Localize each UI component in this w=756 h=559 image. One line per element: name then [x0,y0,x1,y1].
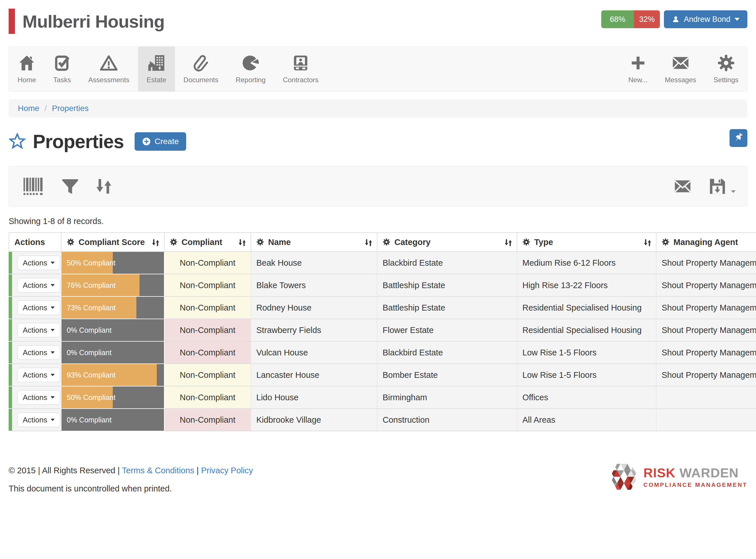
properties-table-wrap: Actions Compliant Score Compliant Name [8,232,756,431]
nav-label: New... [628,76,648,84]
caret-down-icon [51,351,55,354]
compliant-score-cell: 0% Compliant [62,409,165,431]
nav-label: Settings [713,76,738,84]
breadcrumb-properties-link[interactable]: Properties [52,104,89,113]
row-actions-button[interactable]: Actions [17,345,60,360]
filter-button[interactable] [61,176,80,196]
pushpin-icon [733,132,744,144]
column-header-type[interactable]: Type [517,232,656,252]
column-label: Type [534,238,553,247]
sort-arrows-icon [238,238,246,247]
toolbar-right-group [672,177,736,196]
app-header: Mulberri Housing 68% 32% Andrew Bond [8,0,748,45]
caret-down-icon [734,18,740,21]
category-cell: Flower Estate [377,319,517,342]
row-status-stripe [8,364,12,386]
envelope-icon [672,177,693,195]
nav-label: Reporting [236,76,265,84]
sort-arrows-icon [95,176,113,196]
plus-circle-icon [142,137,151,146]
category-cell: Bomber Estate [377,364,517,386]
user-menu-button[interactable]: Andrew Bond [664,10,748,28]
envelope-icon [672,54,690,72]
row-actions-button[interactable]: Actions [17,278,60,292]
sort-button[interactable] [95,176,113,196]
nav-item-messages[interactable]: Messages [656,47,705,91]
column-header-managing-agent[interactable]: Managing Agent [656,232,756,252]
footer-separator: | [196,466,199,475]
privacy-link[interactable]: Privacy Policy [201,466,253,475]
row-actions-button[interactable]: Actions [17,255,60,270]
hexagon-mosaic-icon [610,462,638,491]
row-status-stripe [8,342,12,364]
plus-icon [629,54,647,72]
nav-label: Home [18,76,36,84]
compliant-score-cell: 76% Compliant [62,274,165,297]
risk-warden-wordmark: RISK WARDEN COMPLIANCE MANAGEMENT [644,466,748,488]
type-cell: Low Rise 1-5 Floors [517,364,656,386]
email-export-button[interactable] [672,177,693,195]
row-actions-button[interactable]: Actions [17,300,60,315]
column-header-name[interactable]: Name [251,232,377,252]
actions-button-label: Actions [23,326,47,335]
category-cell: Construction [377,409,517,431]
compliant-status-cell: Non-Compliant [165,319,251,342]
score-label: 0% Compliant [67,349,112,357]
caret-down-icon [51,307,55,309]
table-row: Actions 93% Compliant Non-Compliant Lanc… [8,364,756,386]
row-actions-button[interactable]: Actions [17,368,60,382]
contact-card-icon [292,54,309,72]
nav-item-reporting[interactable]: Reporting [227,47,274,91]
compliant-score-cell: 50% Compliant [62,386,165,409]
save-export-button[interactable] [708,177,736,196]
create-button-label: Create [154,137,179,146]
terms-link[interactable]: Terms & Conditions [122,466,194,475]
nav-label: Documents [183,76,218,84]
nav-item-home[interactable]: Home [9,47,45,91]
barcode-icon [20,175,46,197]
score-label: 73% Compliant [67,304,116,312]
nav-item-tasks[interactable]: Tasks [45,47,80,91]
caret-down-icon [731,191,736,196]
category-cell: Blackbird Estate [377,252,517,274]
column-header-compliant[interactable]: Compliant [165,232,251,252]
compliant-status-cell: Non-Compliant [165,274,251,297]
managing-agent-cell: Shout Property Management [656,319,756,342]
nav-item-contractors[interactable]: Contractors [274,47,327,91]
row-actions-button[interactable]: Actions [17,323,60,337]
copyright-text: © 2015 | All Rights Reserved [8,466,115,475]
favorite-star-icon[interactable] [8,133,26,150]
nav-item-settings[interactable]: Settings [705,47,747,91]
nav-item-assessments[interactable]: Assessments [80,47,138,91]
noncompliant-percent-badge: 32% [634,10,660,28]
logo-text-warden: WARDEN [679,466,739,480]
compliant-status-cell: Non-Compliant [165,364,251,386]
nav-item-estate[interactable]: Estate [138,47,175,91]
compliant-status-cell: Non-Compliant [165,297,251,319]
column-header-category[interactable]: Category [377,232,517,252]
save-icon [708,177,727,196]
actions-button-label: Actions [23,371,47,380]
sort-arrows-icon [364,238,373,247]
risk-warden-logo: RISK WARDEN COMPLIANCE MANAGEMENT [610,462,748,491]
title-row: Properties Create [8,129,748,154]
nav-item-documents[interactable]: Documents [175,47,227,91]
breadcrumb: Home / Properties [8,99,748,118]
barcode-button[interactable] [20,175,46,197]
row-status-stripe [8,252,12,274]
category-cell: Blackbird Estate [377,342,517,364]
create-button[interactable]: Create [135,132,186,151]
table-row: Actions 0% Compliant Non-Compliant Straw… [8,319,756,342]
column-label: Name [268,238,291,247]
pin-button[interactable] [730,129,748,147]
name-cell: Kidbrooke Village [251,409,377,431]
table-row: Actions 0% Compliant Non-Compliant Vulca… [8,342,756,364]
warning-triangle-icon [100,54,118,72]
name-cell: Vulcan House [251,342,377,364]
row-actions-button[interactable]: Actions [17,412,60,427]
breadcrumb-home-link[interactable]: Home [18,104,39,113]
column-label: Compliant [181,238,222,247]
column-header-compliant-score[interactable]: Compliant Score [62,232,165,252]
row-actions-button[interactable]: Actions [17,390,60,405]
nav-item-new[interactable]: New... [620,47,656,91]
